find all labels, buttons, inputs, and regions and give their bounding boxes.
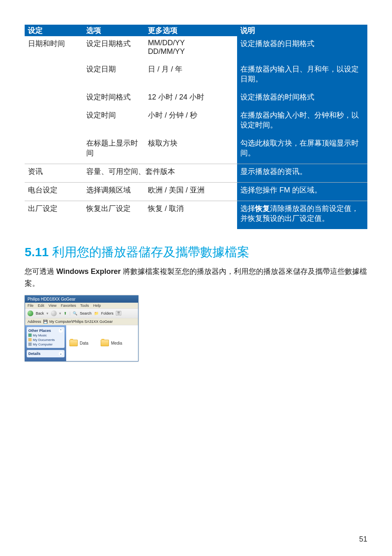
explorer-sidebar: Other Places ⌃ My Music My Documents My … [25, 325, 66, 361]
cell-option: 恢复出厂设定 [83, 201, 145, 229]
cell-setting: 出厂设定 [25, 201, 83, 229]
cell-option: 容量、可用空间、套件版本 [83, 164, 237, 183]
folders-label[interactable]: Folders [101, 311, 113, 315]
cell-more: 欧洲 / 美国 / 亚洲 [145, 183, 237, 201]
para-pre: 您可透過 [25, 267, 56, 276]
details-title: Details [28, 352, 41, 356]
folder-icon [101, 340, 109, 346]
cell-option: 在标题上显示时间 [83, 136, 145, 164]
section-heading: 5.11 利用您的播放器儲存及攜帶數據檔案 [25, 244, 367, 261]
forward-icon[interactable] [51, 310, 57, 316]
cell-option: 设定日期 [83, 62, 145, 90]
cell-setting [25, 108, 83, 136]
back-icon[interactable] [28, 310, 33, 316]
addr-value[interactable]: My Computer\Philips SA31XX GoGear [49, 320, 113, 324]
cell-desc: 在播放器内输入小时、分钟和秒，以设定时间。 [237, 108, 367, 136]
para-bold: Windows Explorer [56, 267, 121, 276]
explorer-toolbar: Back ▾ ▾ ⬆ | 🔍 Search 📁 Folders ☰ [25, 308, 138, 318]
th-option: 选项 [83, 25, 145, 36]
th-more: 更多选项 [145, 25, 237, 36]
heading-number: 5.11 [25, 245, 48, 259]
documents-icon [28, 338, 32, 341]
sidebar-item-my-computer[interactable]: My Computer [28, 343, 63, 346]
folder-media-label: Media [111, 341, 122, 345]
menu-view[interactable]: View [48, 303, 56, 308]
page-number: 51 [359, 535, 367, 544]
menu-favorites[interactable]: Favorites [61, 303, 76, 308]
settings-table: 设定 选项 更多选项 说明 日期和时间设定日期格式MM/DD/YY DD/MM/… [25, 25, 367, 229]
cell-desc: 选择您操作 FM 的区域。 [237, 183, 367, 201]
cell-option: 设定时间 [83, 108, 145, 136]
cell-setting [25, 136, 83, 164]
folders-icon[interactable]: 📁 [94, 311, 99, 315]
cell-more: 小时 / 分钟 / 秒 [145, 108, 237, 136]
explorer-titlebar: Philips HDD18XX GoGear [25, 296, 138, 303]
cell-desc: 选择恢复清除播放器的当前设定值，并恢复预设的出厂设定值。 [237, 201, 367, 229]
addr-label: Address [28, 320, 41, 324]
cell-option: 设定日期格式 [83, 36, 145, 62]
cell-more: 恢复 / 取消 [145, 201, 237, 229]
sidebar-item-my-documents[interactable]: My Documents [28, 338, 63, 342]
search-icon[interactable]: 🔍 [73, 311, 77, 315]
sidebar-item-my-music[interactable]: My Music [28, 334, 63, 337]
menu-tools[interactable]: Tools [80, 303, 89, 308]
explorer-window: Philips HDD18XX GoGear File Edit View Fa… [25, 295, 138, 361]
cell-option: 设定时间格式 [83, 90, 145, 108]
collapse-icon[interactable]: ⌃ [59, 329, 63, 333]
cell-setting: 资讯 [25, 164, 83, 183]
cell-setting [25, 90, 83, 108]
expand-icon[interactable]: ⌄ [59, 352, 63, 356]
cell-desc: 在播放器内输入日、月和年，以设定日期。 [237, 62, 367, 90]
cell-more: 核取方块 [145, 136, 237, 164]
cell-setting [25, 62, 83, 90]
back-label[interactable]: Back [36, 311, 44, 315]
cell-more: MM/DD/YY DD/MM/YY [145, 36, 237, 62]
cell-desc: 显示播放器的资讯。 [237, 164, 367, 183]
cell-more: 12 小时 / 24 小时 [145, 90, 237, 108]
th-setting: 设定 [25, 25, 83, 36]
menu-file[interactable]: File [28, 303, 34, 308]
cell-setting: 电台设定 [25, 183, 83, 201]
my-documents-label: My Documents [33, 338, 55, 342]
menu-help[interactable]: Help [93, 303, 101, 308]
heading-title: 利用您的播放器儲存及攜帶數據檔案 [52, 245, 249, 259]
menu-edit[interactable]: Edit [38, 303, 44, 308]
other-places-title: Other Places [28, 329, 51, 333]
th-desc: 说明 [237, 25, 367, 36]
search-label[interactable]: Search [80, 311, 92, 315]
explorer-addressbar: Address 💾 My Computer\Philips SA31XX GoG… [25, 318, 138, 325]
explorer-menu: File Edit View Favorites Tools Help [25, 303, 138, 308]
cell-desc: 设定播放器的时间格式 [237, 90, 367, 108]
cell-more: 日 / 月 / 年 [145, 62, 237, 90]
folder-data-label: Data [80, 341, 88, 345]
cell-setting: 日期和时间 [25, 36, 83, 62]
explorer-content: Data Media [66, 325, 138, 361]
music-icon [28, 334, 32, 337]
cell-option: 选择调频区域 [83, 183, 145, 201]
up-icon[interactable]: ⬆ [64, 311, 67, 315]
intro-paragraph: 您可透過 Windows Explorer 將數據檔案複製至您的播放器內，利用您… [25, 266, 367, 290]
folder-data[interactable]: Data [69, 329, 88, 358]
folder-media[interactable]: Media [101, 329, 122, 358]
computer-icon [28, 343, 32, 346]
cell-desc: 勾选此核取方块，在屏幕顶端显示时间。 [237, 136, 367, 164]
cell-desc: 设定播放器的日期格式 [237, 36, 367, 62]
my-computer-label: My Computer [33, 343, 53, 346]
folder-icon [69, 340, 78, 346]
my-music-label: My Music [33, 334, 47, 337]
device-icon: 💾 [43, 320, 48, 324]
view-icon[interactable]: ☰ [116, 311, 121, 315]
